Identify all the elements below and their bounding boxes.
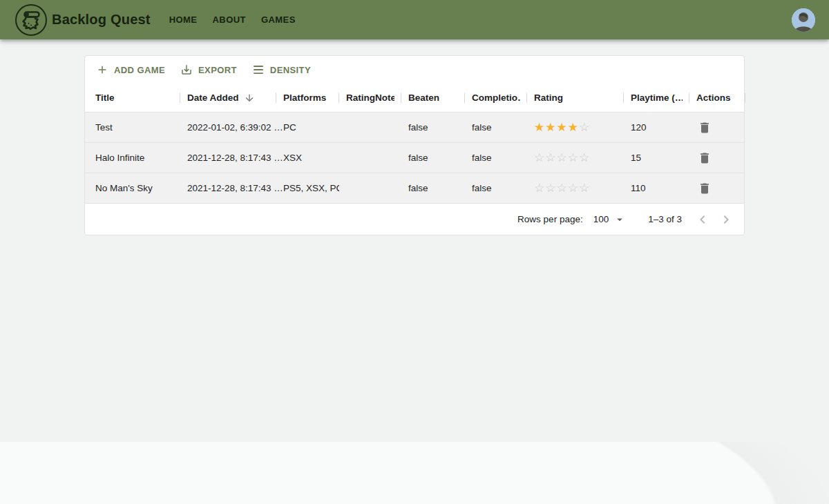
playtime-cell: 110: [624, 173, 689, 203]
title-cell: Test: [85, 113, 180, 142]
table-rows: Test2022-01-02, 6:39:02 …PCfalsefalse★★★…: [85, 112, 744, 203]
column-header-playtime[interactable]: Playtime (…: [624, 84, 689, 112]
star-empty-icon[interactable]: ☆: [568, 152, 578, 164]
star-filled-icon[interactable]: ★: [545, 122, 555, 133]
table-row: No Man's Sky2021-12-28, 8:17:43 …PS5, XS…: [85, 173, 744, 203]
chevron-left-icon: [694, 211, 711, 228]
column-header-label: Rating: [534, 93, 563, 103]
star-empty-icon[interactable]: ☆: [534, 152, 544, 164]
star-filled-icon[interactable]: ★: [534, 122, 544, 133]
column-header-label: Title: [95, 93, 115, 103]
star-filled-icon[interactable]: ★: [568, 122, 578, 133]
rating-stars[interactable]: ★★★★☆: [534, 122, 589, 133]
platforms-cell: PC: [276, 113, 339, 142]
games-grid: ADD GAME EXPORT DENSITY TitleDate AddedP…: [84, 55, 745, 235]
rating-cell: ☆☆☆☆☆: [527, 143, 624, 173]
table-row: Halo Infinite2021-12-28, 8:17:43 …XSXfal…: [85, 142, 744, 173]
platforms-cell: PS5, XSX, PC: [276, 173, 339, 203]
table-row: Test2022-01-02, 6:39:02 …PCfalsefalse★★★…: [85, 112, 744, 142]
column-header-rating[interactable]: Rating: [527, 84, 624, 112]
column-header-completio[interactable]: Completio…: [465, 84, 527, 112]
actions-cell: [689, 173, 745, 203]
playtime-cell: 120: [624, 113, 689, 142]
delete-row-button[interactable]: [696, 119, 713, 136]
page-title: Backlog Quest: [52, 12, 151, 28]
sort-desc-icon: [244, 93, 255, 104]
title-cell: Halo Infinite: [85, 143, 180, 173]
rating-notes-cell: [339, 173, 401, 203]
star-empty-icon[interactable]: ☆: [579, 152, 589, 164]
column-header-label: Completio…: [472, 93, 520, 103]
column-header-platforms[interactable]: Platforms: [276, 84, 339, 112]
main-nav: HOME ABOUT GAMES: [162, 9, 303, 30]
nav-home[interactable]: HOME: [162, 9, 205, 30]
star-filled-icon[interactable]: ★: [557, 122, 567, 133]
rating-cell: ☆☆☆☆☆: [527, 173, 624, 203]
star-empty-icon[interactable]: ☆: [579, 182, 589, 194]
actions-cell: [689, 113, 745, 142]
completion-cell: false: [465, 143, 527, 173]
nav-games[interactable]: GAMES: [254, 9, 303, 30]
date-added-cell: 2022-01-02, 6:39:02 …: [180, 113, 276, 142]
beaten-cell: false: [401, 173, 465, 203]
date-added-cell: 2021-12-28, 8:17:43 …: [180, 173, 276, 203]
column-header-beaten[interactable]: Beaten: [401, 84, 465, 112]
download-icon: [180, 64, 193, 76]
star-empty-icon[interactable]: ☆: [579, 122, 589, 133]
avatar-image: [792, 8, 815, 32]
grid-toolbar: ADD GAME EXPORT DENSITY: [85, 56, 744, 84]
beaten-cell: false: [401, 143, 465, 173]
actions-cell: [689, 143, 745, 173]
rating-cell: ★★★★☆: [527, 113, 624, 142]
density-icon: [252, 64, 265, 76]
pagination-range: 1–3 of 3: [648, 214, 682, 224]
rows-per-page-select[interactable]: 100: [593, 212, 627, 227]
column-header-date-added[interactable]: Date Added: [180, 84, 276, 112]
rows-per-page-label: Rows per page:: [517, 214, 583, 224]
trash-icon: [698, 151, 712, 165]
delete-row-button[interactable]: [696, 150, 713, 166]
column-header-title[interactable]: Title: [85, 84, 180, 112]
star-empty-icon[interactable]: ☆: [545, 182, 555, 194]
playtime-cell: 15: [624, 143, 689, 173]
nav-about[interactable]: ABOUT: [204, 9, 253, 30]
rating-notes-cell: [339, 113, 401, 142]
trash-icon: [698, 182, 712, 195]
star-empty-icon[interactable]: ☆: [534, 182, 544, 194]
column-header-label: RatingNotes: [346, 93, 394, 103]
trash-icon: [698, 121, 712, 135]
density-button[interactable]: DENSITY: [247, 61, 316, 79]
star-empty-icon[interactable]: ☆: [568, 182, 578, 194]
plus-icon: [96, 64, 108, 76]
rating-stars[interactable]: ☆☆☆☆☆: [534, 152, 589, 164]
column-header-ratingnotes[interactable]: RatingNotes: [339, 84, 401, 112]
beaten-cell: false: [401, 113, 465, 142]
title-cell: No Man's Sky: [85, 173, 180, 203]
star-empty-icon[interactable]: ☆: [557, 152, 567, 164]
column-header-actions[interactable]: Actions: [689, 84, 745, 112]
rating-stars[interactable]: ☆☆☆☆☆: [534, 182, 589, 194]
date-added-cell: 2021-12-28, 8:17:43 …: [180, 143, 276, 173]
grid-footer: Rows per page: 100 1–3 of 3: [85, 203, 744, 235]
column-header-label: Beaten: [408, 93, 439, 103]
appbar: Backlog Quest HOME ABOUT GAMES: [0, 0, 829, 39]
star-empty-icon[interactable]: ☆: [545, 152, 555, 164]
export-label: EXPORT: [198, 65, 237, 75]
add-game-button[interactable]: ADD GAME: [90, 61, 171, 79]
star-empty-icon[interactable]: ☆: [557, 182, 567, 194]
rows-per-page-value: 100: [593, 214, 609, 224]
completion-cell: false: [465, 173, 527, 203]
pagination-actions: [693, 210, 736, 229]
density-label: DENSITY: [270, 65, 311, 75]
export-button[interactable]: EXPORT: [175, 61, 242, 79]
app-logo-icon: [15, 3, 48, 37]
add-game-label: ADD GAME: [114, 65, 165, 75]
chevron-right-icon: [718, 211, 734, 228]
brand-link[interactable]: Backlog Quest: [15, 3, 151, 37]
column-header-label: Actions: [696, 93, 731, 103]
next-page-button[interactable]: [716, 210, 736, 229]
column-header-label: Date Added: [187, 93, 239, 103]
delete-row-button[interactable]: [696, 180, 713, 197]
user-avatar[interactable]: [792, 8, 815, 32]
previous-page-button[interactable]: [693, 210, 712, 229]
